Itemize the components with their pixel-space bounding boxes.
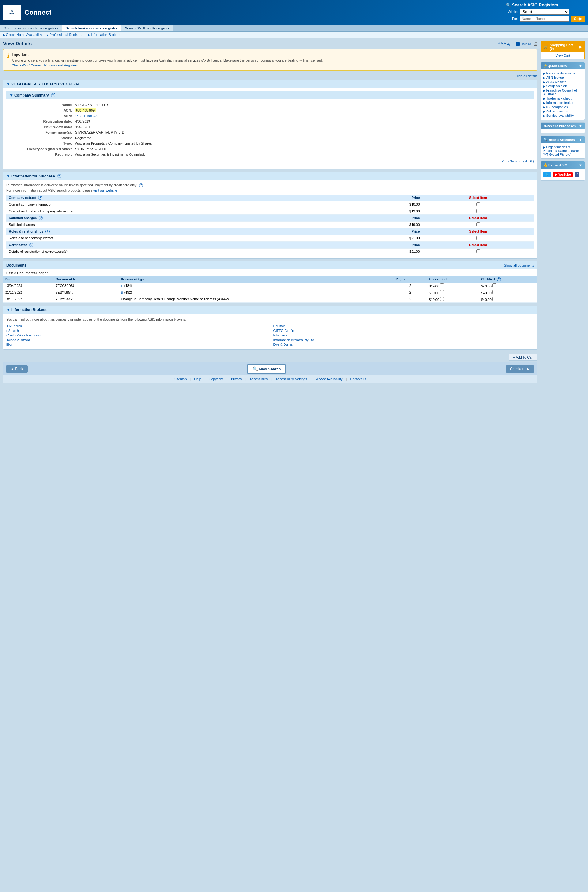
quick-link-item[interactable]: Franchise Council of Australia <box>543 88 582 96</box>
quick-link-item[interactable]: NZ companies <box>543 105 582 109</box>
font-btn-c[interactable]: A <box>504 41 506 47</box>
tab-search-company[interactable]: Search company and other registers <box>0 25 62 31</box>
item-select-checkbox[interactable] <box>476 249 480 254</box>
item-checkbox[interactable] <box>422 201 534 208</box>
footer-sitemap[interactable]: Sitemap <box>174 377 186 381</box>
category-help-icon[interactable]: ? <box>29 243 33 247</box>
abn-link[interactable]: 14 631 408 609 <box>75 114 98 118</box>
certified-help-icon[interactable]: ? <box>497 277 501 281</box>
table-row: Details of registration of corporations(… <box>6 248 534 255</box>
broker-link[interactable]: Dye & Durham <box>273 342 534 346</box>
brokers-section-header[interactable]: ▼ Information Brokers <box>3 306 537 314</box>
company-section-header[interactable]: ▼ VT GLOBAL PTY LTD ACN 631 408 609 <box>3 80 537 88</box>
cart-widget-header: 🛒 Shopping Cart (0) ▶ <box>541 42 584 52</box>
quick-link-item[interactable]: Information brokers <box>543 101 582 105</box>
item-checkbox[interactable] <box>422 208 534 215</box>
recent-search-item[interactable]: Organisations & Business Names search - … <box>543 145 582 156</box>
within-select[interactable]: Select Company Business Name SMSF Audito… <box>520 9 569 15</box>
facebook-icon[interactable]: f <box>574 172 579 177</box>
quick-link-item[interactable]: Setup an alert <box>543 84 582 88</box>
item-select-checkbox[interactable] <box>476 222 480 227</box>
for-input[interactable] <box>520 16 569 22</box>
go-button[interactable]: Go ▶ <box>571 16 585 22</box>
purchase-section-header[interactable]: ▼ Information for purchase ? <box>3 172 537 180</box>
back-button[interactable]: ◄ Back <box>6 365 28 372</box>
quick-link-item[interactable]: Service availability <box>543 113 582 118</box>
important-link[interactable]: Check ASIC Connect Professional Register… <box>12 63 78 67</box>
purchase-collapse-icon: ▼ <box>6 174 10 178</box>
certified-checkbox[interactable] <box>492 297 496 301</box>
broker-link[interactable]: Equifax <box>273 324 534 328</box>
certified-checkbox[interactable] <box>492 290 496 294</box>
font-btn-d[interactable]: A <box>507 41 510 47</box>
purchase-help-icon[interactable]: ? <box>57 174 61 178</box>
category-help-icon[interactable]: ? <box>38 196 42 200</box>
table-row: Former name(s): STARGAZER CAPITAL PTY LT… <box>7 130 534 135</box>
uncertified-checkbox[interactable] <box>440 290 444 294</box>
twitter-icon[interactable]: 🐦 <box>543 171 551 177</box>
view-pdf-link[interactable]: View Summary (PDF) <box>502 159 534 163</box>
footer-service-availability[interactable]: Service Availability <box>315 377 343 381</box>
subnav-info-brokers[interactable]: Information Brokers <box>88 33 120 36</box>
category-help-icon[interactable]: ? <box>45 230 50 233</box>
footer-contact[interactable]: Contact us <box>350 377 366 381</box>
broker-link[interactable]: Tri-Search <box>6 324 267 328</box>
tab-search-smsf[interactable]: Search SMSF auditor register <box>121 25 173 31</box>
print-button[interactable]: 🖨 <box>533 41 537 46</box>
cart-widget-body: View Cart <box>541 52 584 59</box>
youtube-icon[interactable]: ▶ YouTube <box>553 172 573 177</box>
summary-help-icon[interactable]: ? <box>51 93 56 97</box>
category-help-icon[interactable]: ? <box>39 216 43 220</box>
quick-link-item[interactable]: Report a data issue <box>543 71 582 75</box>
purchase-info-help[interactable]: ? <box>139 183 143 187</box>
add-to-cart-button[interactable]: + Add To Cart <box>509 354 537 360</box>
item-select-checkbox[interactable] <box>476 202 480 206</box>
broker-link[interactable]: Telada Australia <box>6 338 267 342</box>
subnav-check-name[interactable]: Check Name Availability <box>3 33 42 36</box>
recent-searches-icon: 🔍 <box>543 138 548 141</box>
quick-link-item[interactable]: ASIC website <box>543 80 582 84</box>
footer-accessibility[interactable]: Accessibility <box>250 377 268 381</box>
view-cart-link[interactable]: View Cart <box>555 54 570 57</box>
subnav-professional[interactable]: Professional Registers <box>46 33 83 36</box>
footer-accessibility-settings[interactable]: Accessibility Settings <box>276 377 307 381</box>
font-btn-b[interactable]: A <box>501 41 503 47</box>
footer-copyright[interactable]: Copyright <box>209 377 223 381</box>
help-button[interactable]: ? Help ✉ <box>516 42 531 46</box>
broker-link[interactable]: CITEC Confirm <box>273 329 534 332</box>
quick-links-header: ⚡ Quick Links ▼ <box>541 62 585 69</box>
broker-link[interactable]: CreditorWatch Express <box>6 333 267 337</box>
certified-checkbox[interactable] <box>492 284 496 287</box>
uncertified-checkbox[interactable] <box>440 284 444 287</box>
broker-link[interactable]: InfoTrack <box>273 333 534 337</box>
quick-link-item[interactable]: ABN lookup <box>543 75 582 80</box>
footer-help[interactable]: Help <box>194 377 201 381</box>
company-summary-subsection: ▼ Company Summary ? Name: VT GLOBAL PTY … <box>6 91 534 163</box>
quick-link-item[interactable]: Trademark check <box>543 96 582 101</box>
item-checkbox[interactable] <box>422 221 534 228</box>
show-all-docs-link[interactable]: Show all documents <box>504 264 534 267</box>
table-row: Roles and relationship extract $21.00 <box>6 235 534 242</box>
hide-details-link[interactable]: Hide all details <box>515 74 537 78</box>
item-select-checkbox[interactable] <box>476 236 480 240</box>
visit-link[interactable]: visit our website. <box>93 188 118 192</box>
broker-link[interactable]: eSearch <box>6 329 267 332</box>
broker-link[interactable]: Information Brokers Pty Ltd <box>273 338 534 342</box>
item-checkbox[interactable] <box>422 248 534 255</box>
item-select-checkbox[interactable] <box>476 209 480 213</box>
quick-link-item[interactable]: Ask a question <box>543 109 582 113</box>
doc-expand-icon[interactable]: ⊞ <box>121 291 123 294</box>
col-doctype: Document type <box>119 276 394 282</box>
uncertified-checkbox[interactable] <box>440 297 444 301</box>
font-btn-a[interactable]: A <box>498 41 500 47</box>
doc-certified: $40.00 <box>479 296 537 302</box>
broker-link[interactable]: illion <box>6 342 267 346</box>
item-checkbox[interactable] <box>422 235 534 242</box>
doc-expand-icon[interactable]: ⊞ <box>121 284 123 287</box>
new-search-button[interactable]: 🔍 New Search <box>247 364 286 374</box>
tab-search-business[interactable]: Search business names register <box>62 25 121 31</box>
documents-table: Date Document No. Document type Pages Un… <box>3 276 537 303</box>
company-summary-header[interactable]: ▼ Company Summary ? <box>6 91 534 99</box>
checkout-button[interactable]: Checkout ► <box>506 365 534 372</box>
footer-privacy[interactable]: Privacy <box>231 377 242 381</box>
